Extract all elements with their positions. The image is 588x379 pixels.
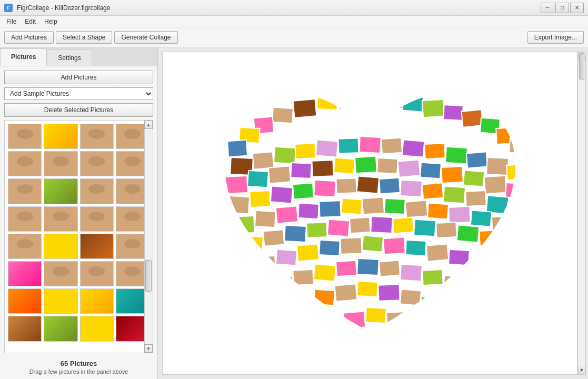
svg-rect-85 xyxy=(436,222,456,238)
picture-thumbnail[interactable] xyxy=(80,234,114,259)
picture-thumbnail[interactable] xyxy=(8,316,42,341)
picture-thumbnail[interactable] xyxy=(44,234,77,259)
export-image-button[interactable]: Export Image... xyxy=(527,31,584,44)
canvas-scrollbar-track: ▲ ▼ xyxy=(577,52,586,375)
canvas-scrollbar-thumb[interactable] xyxy=(579,53,584,79)
picture-thumbnail[interactable] xyxy=(80,178,114,204)
svg-rect-82 xyxy=(371,216,393,233)
svg-rect-18 xyxy=(252,152,273,169)
picture-thumbnail[interactable] xyxy=(44,206,77,232)
svg-rect-19 xyxy=(274,147,296,164)
window-controls: ─ □ ✕ xyxy=(541,3,584,13)
svg-rect-32 xyxy=(225,176,248,194)
svg-rect-49 xyxy=(270,186,292,203)
picture-thumbnail[interactable] xyxy=(44,124,77,149)
svg-rect-115 xyxy=(378,284,400,301)
svg-rect-42 xyxy=(441,166,463,183)
picture-thumbnail[interactable] xyxy=(8,124,42,149)
svg-rect-114 xyxy=(357,281,377,297)
picture-thumbnail[interactable] xyxy=(44,178,77,204)
svg-rect-8 xyxy=(443,105,463,121)
canvas-scrollbar-down[interactable]: ▼ xyxy=(578,366,585,374)
picture-thumbnail[interactable] xyxy=(80,261,114,286)
svg-rect-53 xyxy=(356,176,378,193)
svg-rect-106 xyxy=(378,260,400,276)
delete-selected-button[interactable]: Delete Selected Pictures xyxy=(4,103,153,117)
scrollbar-up-button[interactable]: ▲ xyxy=(144,121,153,129)
svg-rect-24 xyxy=(381,138,402,154)
svg-rect-104 xyxy=(336,261,357,277)
picture-thumbnail[interactable] xyxy=(44,151,77,176)
svg-rect-34 xyxy=(268,166,290,183)
picture-count: 65 Pictures xyxy=(0,357,157,368)
picture-thumbnail[interactable] xyxy=(44,316,77,341)
svg-rect-23 xyxy=(359,136,381,153)
svg-rect-92 xyxy=(319,240,340,256)
heart-collage-svg xyxy=(191,61,549,366)
svg-rect-57 xyxy=(443,186,465,204)
menu-edit[interactable]: Edit xyxy=(21,17,40,26)
picture-thumbnail[interactable] xyxy=(8,288,42,314)
svg-rect-67 xyxy=(341,198,362,214)
svg-rect-28 xyxy=(466,152,487,168)
add-sample-dropdown[interactable]: Add Sample Pictures xyxy=(4,87,153,100)
svg-rect-108 xyxy=(422,270,443,285)
canvas-inner xyxy=(162,52,577,375)
svg-rect-43 xyxy=(463,170,484,186)
panel-add-pictures-button[interactable]: Add Pictures xyxy=(4,71,153,84)
svg-rect-73 xyxy=(470,210,491,226)
picture-grid-container[interactable]: ▲ ▼ xyxy=(4,120,153,353)
picture-thumbnail[interactable] xyxy=(44,261,77,286)
scrollbar-thumb[interactable] xyxy=(145,260,152,292)
svg-rect-35 xyxy=(291,163,311,178)
select-shape-button[interactable]: Select a Shape xyxy=(56,31,112,44)
window-title: FigrCollage - KillDozer.figrcollage xyxy=(17,4,110,12)
svg-rect-63 xyxy=(254,211,275,228)
tab-pictures[interactable]: Pictures xyxy=(0,48,47,66)
picture-thumbnail[interactable] xyxy=(80,288,114,314)
svg-rect-80 xyxy=(327,219,349,236)
svg-rect-54 xyxy=(379,178,400,194)
minimize-button[interactable]: ─ xyxy=(541,3,554,13)
grid-scrollbar-track: ▲ ▼ xyxy=(144,121,153,353)
svg-rect-72 xyxy=(449,206,471,223)
scrollbar-down-button[interactable]: ▼ xyxy=(144,344,153,353)
svg-rect-20 xyxy=(295,143,315,159)
svg-rect-84 xyxy=(414,220,436,237)
picture-thumbnail[interactable] xyxy=(80,316,114,341)
toolbar: Add Pictures Select a Shape Generate Col… xyxy=(0,27,588,47)
picture-grid xyxy=(5,121,153,345)
picture-thumbnail[interactable] xyxy=(80,206,114,232)
picture-thumbnail[interactable] xyxy=(8,234,42,259)
menu-help[interactable]: Help xyxy=(40,17,62,26)
svg-rect-70 xyxy=(405,200,427,217)
picture-thumbnail[interactable] xyxy=(44,288,77,314)
tab-settings[interactable]: Settings xyxy=(47,49,92,66)
svg-rect-71 xyxy=(427,203,449,220)
menu-bar: File Edit Help xyxy=(0,16,588,27)
svg-rect-38 xyxy=(355,156,377,174)
picture-thumbnail[interactable] xyxy=(80,151,114,176)
svg-rect-113 xyxy=(334,284,356,301)
svg-rect-91 xyxy=(296,244,318,261)
dropdown-row: Add Sample Pictures xyxy=(4,87,153,100)
picture-thumbnail[interactable] xyxy=(8,151,42,176)
svg-rect-121 xyxy=(365,307,386,323)
picture-thumbnail[interactable] xyxy=(8,261,42,286)
svg-rect-96 xyxy=(405,240,426,256)
svg-rect-103 xyxy=(313,264,335,281)
close-button[interactable]: ✕ xyxy=(570,3,584,13)
svg-rect-90 xyxy=(276,250,297,266)
svg-rect-1 xyxy=(293,99,316,118)
picture-thumbnail[interactable] xyxy=(8,206,42,232)
svg-rect-95 xyxy=(383,237,405,255)
svg-rect-29 xyxy=(486,157,509,175)
add-pictures-button[interactable]: Add Pictures xyxy=(4,31,54,44)
menu-file[interactable]: File xyxy=(2,17,21,26)
svg-rect-48 xyxy=(250,191,271,207)
svg-rect-65 xyxy=(298,203,318,219)
maximize-button[interactable]: □ xyxy=(555,3,569,13)
picture-thumbnail[interactable] xyxy=(80,124,114,149)
picture-thumbnail[interactable] xyxy=(8,178,42,204)
generate-collage-button[interactable]: Generate Collage xyxy=(114,31,177,44)
